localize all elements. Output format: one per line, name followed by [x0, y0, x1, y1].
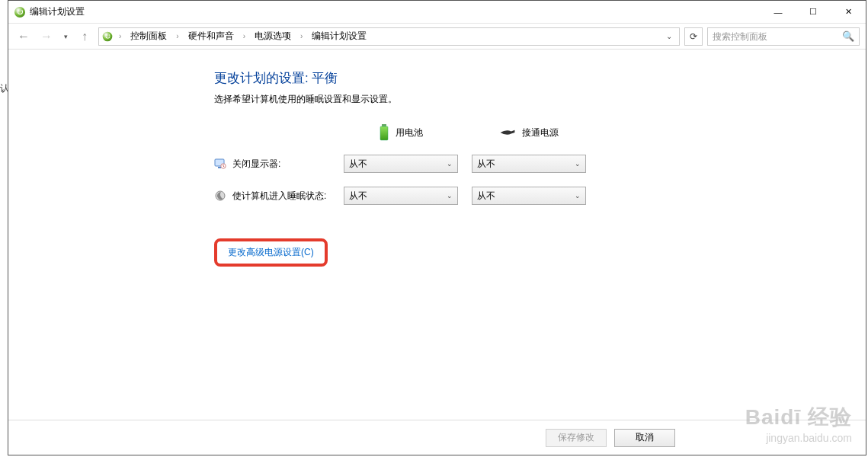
search-box[interactable]: 🔍 — [707, 27, 860, 46]
breadcrumb-icon — [103, 31, 113, 41]
save-button: 保存修改 — [546, 429, 607, 447]
close-button[interactable]: ✕ — [831, 1, 866, 24]
search-icon: 🔍 — [842, 30, 854, 42]
breadcrumb-item-3[interactable]: 编辑计划设置 — [309, 28, 370, 44]
breadcrumb[interactable]: › 控制面板 › 硬件和声音 › 电源选项 › 编辑计划设置 ⌄ — [98, 27, 680, 46]
breadcrumb-item-1[interactable]: 硬件和声音 — [185, 28, 237, 44]
footer: 保存修改 取消 — [8, 420, 866, 455]
chevron-down-icon: ⌄ — [575, 160, 581, 168]
dropdown-sleep-plugged[interactable]: 从不 ⌄ — [472, 187, 586, 205]
plug-icon — [499, 129, 516, 136]
dropdown-sleep-battery[interactable]: 从不 ⌄ — [344, 187, 458, 205]
app-icon — [14, 7, 25, 18]
dropdown-value: 从不 — [349, 158, 367, 171]
maximize-button[interactable]: ☐ — [796, 1, 831, 24]
column-label-battery: 用电池 — [396, 126, 423, 139]
svg-rect-0 — [382, 124, 386, 126]
moon-icon — [214, 190, 226, 202]
up-button[interactable]: ↑ — [75, 27, 94, 46]
breadcrumb-item-0[interactable]: 控制面板 — [127, 28, 170, 44]
titlebar: 编辑计划设置 — ☐ ✕ — [8, 1, 866, 24]
cancel-button[interactable]: 取消 — [614, 429, 675, 447]
page-edge-left: 认 — [0, 82, 7, 95]
chevron-down-icon: ⌄ — [447, 192, 453, 200]
row-text-display-off: 关闭显示器: — [232, 158, 280, 171]
arrow-left-icon: ← — [18, 30, 30, 43]
dropdown-display-battery[interactable]: 从不 ⌄ — [344, 155, 458, 173]
advanced-power-settings-link[interactable]: 更改高级电源设置(C) — [228, 247, 314, 257]
chevron-right-icon: › — [297, 32, 306, 40]
chevron-right-icon: › — [173, 32, 181, 40]
page-subtitle: 选择希望计算机使用的睡眠设置和显示设置。 — [214, 93, 850, 106]
chevron-right-icon: › — [116, 32, 124, 40]
column-label-plugged: 接通电源 — [522, 126, 559, 139]
refresh-icon: ⟳ — [690, 31, 697, 42]
svg-rect-3 — [218, 167, 221, 168]
battery-icon — [379, 124, 389, 141]
back-button[interactable]: ← — [14, 27, 33, 46]
breadcrumb-dropdown[interactable]: ⌄ — [662, 32, 676, 40]
page-title: 更改计划的设置: 平衡 — [214, 69, 850, 87]
window-title: 编辑计划设置 — [30, 5, 85, 18]
chevron-right-icon: › — [240, 32, 248, 40]
dropdown-value: 从不 — [477, 158, 495, 171]
refresh-button[interactable]: ⟳ — [684, 27, 703, 46]
minimize-button[interactable]: — — [761, 1, 796, 24]
search-input[interactable] — [713, 31, 842, 42]
chevron-down-icon: ⌄ — [447, 160, 453, 168]
svg-rect-1 — [380, 126, 388, 140]
row-text-sleep: 使计算机进入睡眠状态: — [232, 190, 326, 203]
dropdown-value: 从不 — [349, 190, 367, 203]
row-label-sleep: 使计算机进入睡眠状态: — [214, 190, 344, 203]
content-area: 更改计划的设置: 平衡 选择希望计算机使用的睡眠设置和显示设置。 用电池 — [8, 50, 866, 455]
power-settings-grid: 用电池 接通电源 关闭显示器: 从不 ⌄ — [214, 124, 850, 205]
column-header-battery: 用电池 — [344, 124, 458, 141]
window: 编辑计划设置 — ☐ ✕ ← → ▾ ↑ › 控制面板 › 硬件和声音 › 电源… — [8, 0, 866, 455]
arrow-up-icon: ↑ — [82, 30, 88, 43]
forward-button[interactable]: → — [37, 27, 56, 46]
chevron-down-icon: ▾ — [64, 33, 68, 40]
advanced-link-highlight: 更改高级电源设置(C) — [214, 238, 328, 267]
monitor-icon — [214, 158, 226, 170]
chevron-down-icon: ⌄ — [575, 192, 581, 200]
row-label-display-off: 关闭显示器: — [214, 158, 344, 171]
column-header-plugged: 接通电源 — [472, 126, 586, 139]
breadcrumb-item-2[interactable]: 电源选项 — [251, 28, 294, 44]
navbar: ← → ▾ ↑ › 控制面板 › 硬件和声音 › 电源选项 › 编辑计划设置 ⌄… — [8, 24, 866, 50]
recent-button[interactable]: ▾ — [60, 27, 71, 46]
dropdown-display-plugged[interactable]: 从不 ⌄ — [472, 155, 586, 173]
arrow-right-icon: → — [40, 30, 53, 43]
dropdown-value: 从不 — [477, 190, 495, 203]
